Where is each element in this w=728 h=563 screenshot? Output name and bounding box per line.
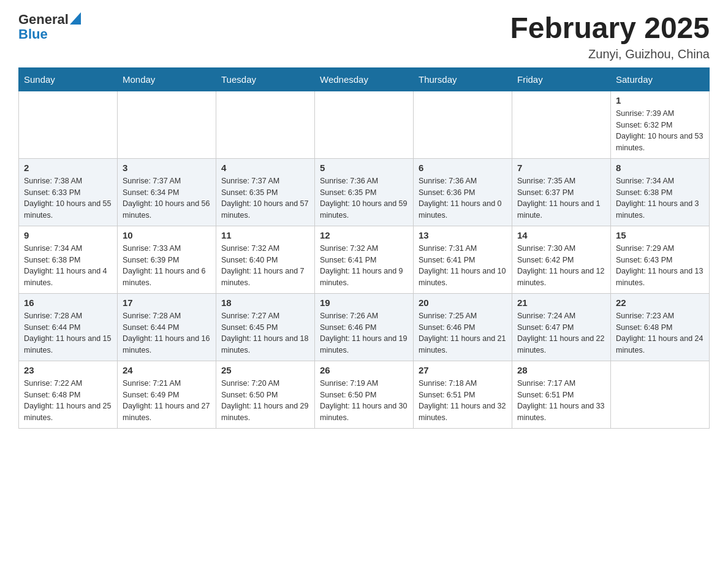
calendar-cell: 1Sunrise: 7:39 AMSunset: 6:32 PMDaylight… [611, 91, 710, 158]
logo-triangle-icon [70, 12, 81, 25]
day-number: 12 [320, 230, 408, 240]
day-info: Sunrise: 7:25 AMSunset: 6:46 PMDaylight:… [419, 310, 507, 356]
day-number: 20 [419, 297, 507, 308]
day-info: Sunrise: 7:35 AMSunset: 6:37 PMDaylight:… [517, 175, 605, 221]
calendar-cell: 3Sunrise: 7:37 AMSunset: 6:34 PMDaylight… [118, 158, 216, 226]
calendar-cell: 21Sunrise: 7:24 AMSunset: 6:47 PMDayligh… [512, 293, 611, 361]
day-info: Sunrise: 7:17 AMSunset: 6:51 PMDaylight:… [517, 378, 605, 424]
calendar-cell [315, 91, 414, 158]
day-number: 27 [419, 365, 507, 375]
calendar-cell: 25Sunrise: 7:20 AMSunset: 6:50 PMDayligh… [216, 361, 315, 428]
day-number: 22 [616, 297, 704, 308]
calendar-cell: 19Sunrise: 7:26 AMSunset: 6:46 PMDayligh… [315, 293, 414, 361]
location-text: Zunyi, Guizhou, China [510, 47, 710, 61]
day-number: 17 [123, 297, 211, 308]
day-info: Sunrise: 7:21 AMSunset: 6:49 PMDaylight:… [123, 378, 211, 424]
calendar-cell [216, 91, 315, 158]
day-number: 11 [221, 230, 309, 240]
day-info: Sunrise: 7:28 AMSunset: 6:44 PMDaylight:… [24, 310, 112, 356]
day-number: 4 [221, 163, 309, 173]
month-title: February 2025 [510, 12, 710, 45]
day-number: 10 [123, 230, 211, 240]
day-info: Sunrise: 7:27 AMSunset: 6:45 PMDaylight:… [221, 310, 309, 356]
calendar-cell: 16Sunrise: 7:28 AMSunset: 6:44 PMDayligh… [19, 293, 118, 361]
day-number: 14 [517, 230, 605, 240]
day-info: Sunrise: 7:39 AMSunset: 6:32 PMDaylight:… [616, 108, 704, 154]
day-info: Sunrise: 7:19 AMSunset: 6:50 PMDaylight:… [320, 378, 408, 424]
day-info: Sunrise: 7:18 AMSunset: 6:51 PMDaylight:… [419, 378, 507, 424]
calendar-cell: 23Sunrise: 7:22 AMSunset: 6:48 PMDayligh… [19, 361, 118, 428]
calendar-cell: 17Sunrise: 7:28 AMSunset: 6:44 PMDayligh… [118, 293, 216, 361]
calendar-cell [414, 91, 512, 158]
col-thursday: Thursday [414, 67, 512, 91]
day-number: 6 [419, 163, 507, 173]
col-saturday: Saturday [611, 67, 710, 91]
day-info: Sunrise: 7:23 AMSunset: 6:48 PMDaylight:… [616, 310, 704, 356]
day-number: 3 [123, 163, 211, 173]
title-section: February 2025 Zunyi, Guizhou, China [510, 12, 710, 61]
day-number: 18 [221, 297, 309, 308]
week-row-3: 9Sunrise: 7:34 AMSunset: 6:38 PMDaylight… [19, 226, 710, 293]
calendar-cell: 4Sunrise: 7:37 AMSunset: 6:35 PMDaylight… [216, 158, 315, 226]
day-info: Sunrise: 7:36 AMSunset: 6:36 PMDaylight:… [419, 175, 507, 221]
day-number: 13 [419, 230, 507, 240]
svg-marker-0 [70, 12, 81, 25]
day-number: 26 [320, 365, 408, 375]
calendar-cell: 11Sunrise: 7:32 AMSunset: 6:40 PMDayligh… [216, 226, 315, 293]
calendar-cell: 8Sunrise: 7:34 AMSunset: 6:38 PMDaylight… [611, 158, 710, 226]
day-info: Sunrise: 7:32 AMSunset: 6:41 PMDaylight:… [320, 243, 408, 289]
logo: General Blue [18, 12, 81, 42]
day-info: Sunrise: 7:38 AMSunset: 6:33 PMDaylight:… [24, 175, 112, 221]
week-row-4: 16Sunrise: 7:28 AMSunset: 6:44 PMDayligh… [19, 293, 710, 361]
calendar-cell: 14Sunrise: 7:30 AMSunset: 6:42 PMDayligh… [512, 226, 611, 293]
day-info: Sunrise: 7:37 AMSunset: 6:34 PMDaylight:… [123, 175, 211, 221]
day-number: 8 [616, 163, 704, 173]
day-info: Sunrise: 7:37 AMSunset: 6:35 PMDaylight:… [221, 175, 309, 221]
day-info: Sunrise: 7:24 AMSunset: 6:47 PMDaylight:… [517, 310, 605, 356]
calendar-cell: 20Sunrise: 7:25 AMSunset: 6:46 PMDayligh… [414, 293, 512, 361]
day-number: 21 [517, 297, 605, 308]
day-info: Sunrise: 7:36 AMSunset: 6:35 PMDaylight:… [320, 175, 408, 221]
calendar-cell: 18Sunrise: 7:27 AMSunset: 6:45 PMDayligh… [216, 293, 315, 361]
calendar-cell [19, 91, 118, 158]
day-number: 2 [24, 163, 112, 173]
day-number: 24 [123, 365, 211, 375]
page-header: General Blue February 2025 Zunyi, Guizho… [18, 12, 710, 61]
calendar-header: Sunday Monday Tuesday Wednesday Thursday… [19, 67, 710, 91]
week-row-1: 1Sunrise: 7:39 AMSunset: 6:32 PMDaylight… [19, 91, 710, 158]
col-tuesday: Tuesday [216, 67, 315, 91]
day-info: Sunrise: 7:34 AMSunset: 6:38 PMDaylight:… [24, 243, 112, 289]
col-monday: Monday [118, 67, 216, 91]
day-number: 23 [24, 365, 112, 375]
calendar-cell: 7Sunrise: 7:35 AMSunset: 6:37 PMDaylight… [512, 158, 611, 226]
logo-general-text: General [18, 12, 69, 27]
day-info: Sunrise: 7:33 AMSunset: 6:39 PMDaylight:… [123, 243, 211, 289]
calendar-cell: 2Sunrise: 7:38 AMSunset: 6:33 PMDaylight… [19, 158, 118, 226]
day-info: Sunrise: 7:30 AMSunset: 6:42 PMDaylight:… [517, 243, 605, 289]
header-row: Sunday Monday Tuesday Wednesday Thursday… [19, 67, 710, 91]
col-sunday: Sunday [19, 67, 118, 91]
calendar-body: 1Sunrise: 7:39 AMSunset: 6:32 PMDaylight… [19, 91, 710, 428]
calendar-cell [118, 91, 216, 158]
day-number: 1 [616, 95, 704, 105]
calendar-cell: 10Sunrise: 7:33 AMSunset: 6:39 PMDayligh… [118, 226, 216, 293]
col-friday: Friday [512, 67, 611, 91]
calendar-cell: 28Sunrise: 7:17 AMSunset: 6:51 PMDayligh… [512, 361, 611, 428]
day-info: Sunrise: 7:26 AMSunset: 6:46 PMDaylight:… [320, 310, 408, 356]
calendar-cell: 27Sunrise: 7:18 AMSunset: 6:51 PMDayligh… [414, 361, 512, 428]
day-info: Sunrise: 7:31 AMSunset: 6:41 PMDaylight:… [419, 243, 507, 289]
day-info: Sunrise: 7:20 AMSunset: 6:50 PMDaylight:… [221, 378, 309, 424]
calendar-cell: 9Sunrise: 7:34 AMSunset: 6:38 PMDaylight… [19, 226, 118, 293]
day-info: Sunrise: 7:29 AMSunset: 6:43 PMDaylight:… [616, 243, 704, 289]
calendar-cell: 22Sunrise: 7:23 AMSunset: 6:48 PMDayligh… [611, 293, 710, 361]
day-info: Sunrise: 7:22 AMSunset: 6:48 PMDaylight:… [24, 378, 112, 424]
day-number: 15 [616, 230, 704, 240]
day-number: 19 [320, 297, 408, 308]
week-row-5: 23Sunrise: 7:22 AMSunset: 6:48 PMDayligh… [19, 361, 710, 428]
calendar-table: Sunday Monday Tuesday Wednesday Thursday… [18, 67, 710, 429]
calendar-cell: 15Sunrise: 7:29 AMSunset: 6:43 PMDayligh… [611, 226, 710, 293]
calendar-cell: 5Sunrise: 7:36 AMSunset: 6:35 PMDaylight… [315, 158, 414, 226]
calendar-cell: 6Sunrise: 7:36 AMSunset: 6:36 PMDaylight… [414, 158, 512, 226]
day-number: 28 [517, 365, 605, 375]
col-wednesday: Wednesday [315, 67, 414, 91]
